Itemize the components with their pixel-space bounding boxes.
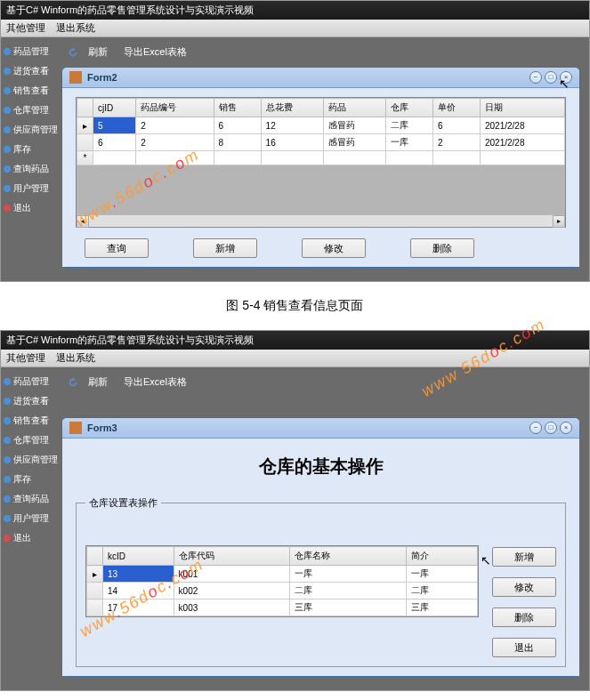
sidebar-item-stock[interactable]: 库存 — [1, 140, 53, 159]
sidebar-item-query-drug[interactable]: 查询药品 — [1, 489, 53, 509]
sidebar-item-drug[interactable]: 药品管理 — [1, 42, 53, 61]
sidebar-item-drug[interactable]: 药品管理 — [1, 372, 53, 391]
sidebar-item-exit[interactable]: 退出 — [1, 198, 53, 218]
cell[interactable]: 一库 — [290, 566, 407, 583]
cell[interactable]: 三库 — [290, 599, 407, 616]
minimize-button[interactable]: − — [529, 71, 542, 84]
toolbar-refresh[interactable]: 刷新 — [88, 375, 108, 389]
cell[interactable]: 16 — [261, 134, 323, 151]
table-row[interactable]: ▸ 5 2 6 12 感冒药 二库 6 2021/2/28 — [77, 117, 565, 134]
col-price[interactable]: 单价 — [432, 99, 480, 117]
col-kcid[interactable]: kcID — [103, 547, 174, 566]
sidebar-label: 仓库管理 — [13, 434, 49, 447]
sales-datagrid[interactable]: cjID 药品编号 销售 总花费 药品 仓库 单价 日期 ▸ — [77, 98, 565, 165]
cell[interactable]: 一库 — [407, 566, 478, 583]
table-row[interactable]: 6 2 8 16 感冒药 一库 2 2021/2/28 — [77, 134, 565, 151]
cell[interactable]: 2021/2/28 — [480, 117, 564, 134]
cell[interactable]: k002 — [174, 583, 290, 599]
cell[interactable]: 8 — [214, 134, 261, 151]
cell[interactable]: 2 — [136, 134, 214, 151]
sidebar-item-query-drug[interactable]: 查询药品 — [1, 159, 53, 179]
col-date[interactable]: 日期 — [480, 99, 564, 117]
sidebar-item-sales[interactable]: 销售查看 — [1, 81, 53, 101]
close-button[interactable]: × — [560, 71, 572, 84]
h-scrollbar[interactable]: ◂ ▸ — [77, 214, 565, 227]
add-button[interactable]: 新增 — [492, 547, 556, 567]
maximize-button[interactable]: □ — [545, 422, 557, 434]
col-drugno[interactable]: 药品编号 — [136, 99, 214, 117]
sidebar-item-warehouse[interactable]: 仓库管理 — [1, 101, 53, 120]
cell[interactable]: 14 — [103, 583, 174, 599]
minimize-button[interactable]: − — [529, 422, 542, 434]
sidebar-item-purchase[interactable]: 进货查看 — [1, 61, 53, 81]
col-total[interactable]: 总花费 — [261, 99, 323, 117]
col-sales[interactable]: 销售 — [214, 99, 261, 117]
cell[interactable]: 2021/2/28 — [480, 134, 564, 151]
cell[interactable]: 感冒药 — [323, 117, 385, 134]
window-controls: − □ × — [529, 71, 572, 84]
col-desc[interactable]: 简介 — [407, 547, 478, 566]
col-code[interactable]: 仓库代码 — [174, 547, 290, 566]
cell[interactable]: 二库 — [290, 583, 407, 599]
cell[interactable]: 13 — [103, 566, 174, 583]
col-cjid[interactable]: cjID — [93, 99, 136, 117]
sidebar-item-user[interactable]: 用户管理 — [1, 509, 53, 528]
sidebar-item-stock[interactable]: 库存 — [1, 470, 53, 489]
table-row[interactable]: 14 k002 二库 二库 — [87, 583, 478, 599]
table-row[interactable]: 17 k003 三库 三库 — [87, 599, 478, 616]
close-button[interactable]: × — [560, 422, 572, 434]
edit-button[interactable]: 修改 — [302, 238, 366, 258]
cell[interactable]: 感冒药 — [323, 134, 385, 151]
query-button[interactable]: 查询 — [85, 238, 149, 258]
sidebar-item-supplier[interactable]: 供应商管理 — [1, 450, 53, 470]
col-drug[interactable]: 药品 — [323, 99, 385, 117]
toolbar-refresh[interactable]: 刷新 — [88, 45, 108, 59]
add-button[interactable]: 新增 — [193, 238, 257, 258]
scroll-right-icon[interactable]: ▸ — [553, 215, 565, 228]
corner-cell — [77, 99, 93, 117]
cell[interactable]: 6 — [432, 117, 480, 134]
bullet-icon — [4, 495, 11, 503]
menu-exit[interactable]: 退出系统 — [56, 351, 95, 365]
delete-button[interactable]: 删除 — [492, 607, 556, 627]
cell[interactable]: 6 — [214, 117, 261, 134]
new-row[interactable]: * — [77, 151, 565, 165]
sidebar-item-purchase[interactable]: 进货查看 — [1, 391, 53, 411]
menu-exit[interactable]: 退出系统 — [56, 21, 95, 35]
menu-other[interactable]: 其他管理 — [6, 351, 45, 365]
cell[interactable]: 17 — [103, 599, 174, 616]
toolbar-export[interactable]: 导出Excel表格 — [124, 45, 187, 59]
cell[interactable]: 二库 — [407, 583, 478, 599]
sidebar-item-exit[interactable]: 退出 — [1, 528, 53, 548]
bullet-icon — [4, 417, 11, 424]
cell[interactable]: 6 — [93, 134, 136, 151]
cell[interactable]: k001 — [174, 566, 290, 583]
table-row[interactable]: ▸ 13 k001 一库 一库 — [87, 566, 478, 583]
col-wh[interactable]: 仓库 — [385, 99, 432, 117]
maximize-button[interactable]: □ — [545, 71, 557, 84]
refresh-icon[interactable] — [67, 376, 79, 389]
delete-button[interactable]: 删除 — [410, 238, 474, 258]
sidebar-item-warehouse[interactable]: 仓库管理 — [1, 430, 53, 450]
cell[interactable]: k003 — [174, 599, 290, 616]
cell[interactable]: 2 — [432, 134, 480, 151]
sidebar-item-sales[interactable]: 销售查看 — [1, 411, 53, 430]
cell[interactable]: 12 — [261, 117, 323, 134]
scroll-left-icon[interactable]: ◂ — [77, 215, 89, 228]
exit-button[interactable]: 退出 — [492, 638, 556, 657]
edit-button[interactable]: 修改 — [492, 577, 556, 597]
refresh-icon[interactable] — [67, 46, 79, 59]
sidebar-item-user[interactable]: 用户管理 — [1, 179, 53, 198]
cell[interactable]: 2 — [136, 117, 214, 134]
sidebar-item-supplier[interactable]: 供应商管理 — [1, 120, 53, 140]
cell[interactable]: 三库 — [407, 599, 478, 616]
col-name[interactable]: 仓库名称 — [290, 547, 407, 566]
menu-other[interactable]: 其他管理 — [6, 21, 45, 35]
cell[interactable]: 一库 — [385, 134, 432, 151]
bullet-icon — [4, 68, 11, 75]
row-header — [87, 583, 103, 599]
cell[interactable]: 二库 — [385, 117, 432, 134]
cell[interactable]: 5 — [93, 117, 136, 134]
warehouse-datagrid[interactable]: kcID 仓库代码 仓库名称 简介 ▸ 13 k00 — [86, 546, 478, 616]
toolbar-export[interactable]: 导出Excel表格 — [124, 375, 187, 389]
